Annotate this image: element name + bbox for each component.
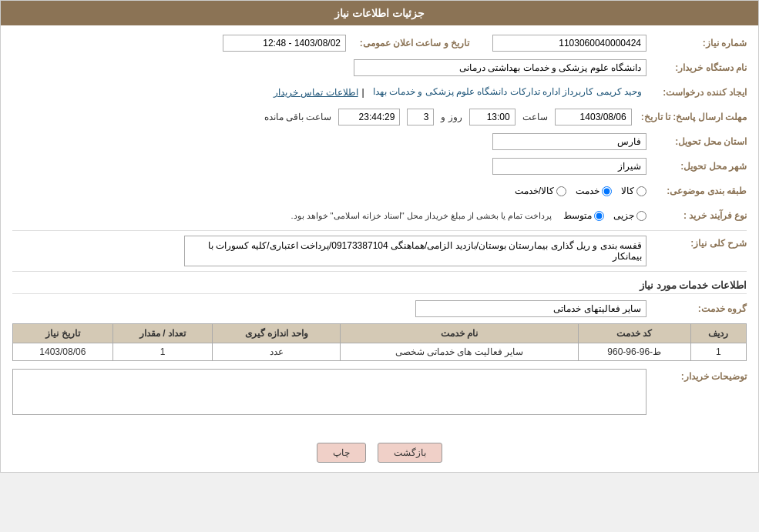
service-group-value: سایر فعالیتهای خدماتی [415,300,646,317]
table-cell: ط-96-96-960 [578,343,690,361]
need-description-row: شرح کلی نیاز: قفسه بندی و ریل گذاری بیما… [12,236,747,266]
col-service-code: کد خدمت [578,324,690,343]
response-time: 13:00 [469,109,516,125]
city-value: شیراز [492,158,646,175]
category-label-kala-khedmat: کالا/خدمت [515,186,554,196]
category-radio-khedmat[interactable] [602,186,612,196]
public-announce-label: تاریخ و ساعت اعلان عمومی: [346,38,469,49]
need-number-value: 1103060040000424 [492,35,646,52]
purchase-label-jozi: جزیی [613,210,634,221]
need-description-value: قفسه بندی و ریل گذاری بیمارستان بوستان/ب… [184,236,646,266]
need-description-label: شرح کلی نیاز: [646,236,747,249]
response-remaining-label: ساعت باقی مانده [264,112,332,122]
purchase-option-1: جزیی [613,210,646,221]
category-label-kala: کالا [621,186,634,196]
category-label-khedmat: خدمت [576,186,599,196]
purchase-type-row: نوع فرآیند خرید : جزیی متوسط پرداخت تمام… [12,206,747,226]
col-quantity: تعداد / مقدار [113,324,213,343]
buyer-desc-textarea[interactable] [12,369,646,415]
category-label: طبقه بندی موضوعی: [646,186,747,196]
response-date: 1403/08/06 [555,109,632,125]
print-button[interactable]: چاپ [317,443,366,463]
divider-2 [12,271,747,272]
response-days: 3 [407,109,434,125]
purchase-radio-group: جزیی متوسط [563,210,646,221]
page-header: جزئیات اطلاعات نیاز [1,1,758,25]
col-date: تاریخ نیاز [13,324,113,343]
table-cell: سایر فعالیت های خدماتی شخصی [341,343,578,361]
purchase-radio-motavset[interactable] [594,211,604,221]
contact-info-link[interactable]: اطلاعات تماس خریدار [274,87,358,98]
purchase-type-label: نوع فرآیند خرید : [646,210,747,221]
service-group-row: گروه خدمت: سایر فعالیتهای خدماتی [12,299,747,319]
divider-1 [12,230,747,231]
table-cell: 1 [690,343,746,361]
province-row: استان محل تحویل: فارس [12,132,747,152]
category-option-3: کالا/خدمت [515,186,566,196]
category-option-2: خدمت [576,186,612,196]
table-cell: 1403/08/06 [13,343,113,361]
response-deadline-label: مهلت ارسال پاسخ: تا تاریخ: [635,112,747,122]
footer-buttons: بازگشت چاپ [1,433,758,472]
public-announce-value: 1403/08/02 - 12:48 [223,35,346,52]
category-option-1: کالا [621,186,646,196]
purchase-radio-jozi[interactable] [636,211,646,221]
purchase-option-2: متوسط [563,210,604,221]
purchase-label-motavset: متوسط [563,210,592,221]
province-label: استان محل تحویل: [646,136,747,147]
buyer-org-value: دانشگاه علوم پزشکی و خدمات بهداشتی درمان… [354,59,646,76]
city-label: شهر محل تحویل: [646,161,747,172]
buyer-desc-label: توضیحات خریدار: [646,369,747,382]
services-table: ردیف کد خدمت نام خدمت واحد اندازه گیری ت… [12,323,747,361]
table-cell: عدد [213,343,341,361]
category-row: طبقه بندی موضوعی: کالا خدمت کالا/خدمت [12,181,747,201]
response-remaining: 23:44:29 [338,109,400,125]
category-radio-group: کالا خدمت کالا/خدمت [515,186,646,196]
response-time-label: ساعت [522,112,548,122]
buyer-desc-row: توضیحات خریدار: [12,369,747,417]
page-content: شماره نیاز: 1103060040000424 تاریخ و ساع… [1,25,758,430]
city-row: شهر محل تحویل: شیراز [12,156,747,176]
services-section-title: اطلاعات خدمات مورد نیاز [12,279,747,294]
page-title: جزئیات اطلاعات نیاز [334,7,425,19]
service-group-label: گروه خدمت: [646,303,747,314]
creator-label: ایجاد کننده درخواست: [646,87,747,98]
creator-row: ایجاد کننده درخواست: وحید کریمی کاربرداز… [12,82,747,102]
table-cell: 1 [113,343,213,361]
table-row: 1ط-96-96-960سایر فعالیت های خدماتی شخصیع… [13,343,747,361]
category-radio-kala-khedmat[interactable] [556,186,566,196]
response-deadline-row: مهلت ارسال پاسخ: تا تاریخ: 1403/08/06 سا… [12,107,747,127]
purchase-note: پرداخت تمام یا بخشی از مبلغ خریداز محل "… [291,211,552,221]
back-button[interactable]: بازگشت [378,443,442,463]
buyer-org-row: نام دستگاه خریدار: دانشگاه علوم پزشکی و … [12,58,747,78]
need-number-label: شماره نیاز: [646,38,747,49]
need-number-row: شماره نیاز: 1103060040000424 تاریخ و ساع… [12,33,747,53]
category-radio-kala[interactable] [636,186,646,196]
creator-value: وحید کریمی کاربرداز اداره تداركات دانشگا… [368,84,646,101]
col-row-num: ردیف [690,324,746,343]
province-value: فارس [492,133,646,150]
col-unit: واحد اندازه گیری [213,324,341,343]
response-day-label: روز و [441,112,462,122]
col-service-name: نام خدمت [341,324,578,343]
main-container: جزئیات اطلاعات نیاز شماره نیاز: 11030600… [0,0,759,473]
buyer-org-label: نام دستگاه خریدار: [646,62,747,73]
